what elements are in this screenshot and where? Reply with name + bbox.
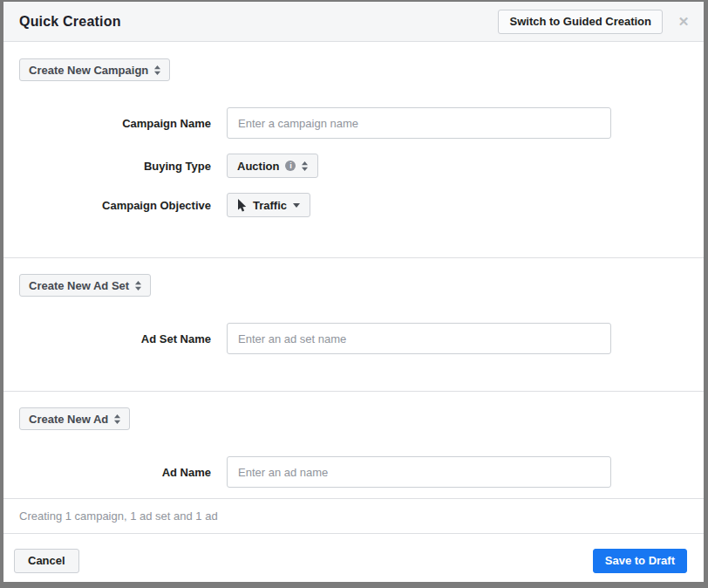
ad-name-input[interactable] <box>227 456 611 488</box>
create-new-ad-label: Create New Ad <box>29 413 108 426</box>
adset-section: Create New Ad Set Ad Set Name <box>3 258 704 392</box>
create-new-campaign-label: Create New Campaign <box>29 64 148 77</box>
updown-carets-icon <box>302 161 308 171</box>
modal-title: Quick Creation <box>19 14 498 30</box>
modal-footer: Cancel Save to Draft <box>3 534 704 582</box>
status-bar: Creating 1 campaign, 1 ad set and 1 ad <box>3 499 704 534</box>
quick-creation-modal: Quick Creation Switch to Guided Creation… <box>3 2 704 582</box>
create-new-ad-dropdown[interactable]: Create New Ad <box>19 407 130 430</box>
campaign-objective-label: Campaign Objective <box>3 199 211 212</box>
modal-header: Quick Creation Switch to Guided Creation… <box>3 2 704 42</box>
ad-name-label: Ad Name <box>3 466 211 479</box>
updown-carets-icon <box>114 414 120 424</box>
create-new-campaign-dropdown[interactable]: Create New Campaign <box>19 58 170 81</box>
updown-carets-icon <box>135 281 141 291</box>
campaign-section: Create New Campaign Campaign Name Buying… <box>3 42 704 258</box>
campaign-objective-value: Traffic <box>253 199 287 212</box>
ad-section: Create New Ad Ad Name <box>3 392 704 499</box>
ad-name-row: Ad Name <box>3 456 704 488</box>
buying-type-row: Buying Type Auction i <box>3 154 704 178</box>
adset-name-row: Ad Set Name <box>3 323 704 354</box>
save-to-draft-button[interactable]: Save to Draft <box>593 549 687 573</box>
close-icon[interactable]: ✕ <box>674 12 693 31</box>
cancel-button[interactable]: Cancel <box>14 549 79 573</box>
buying-type-label: Buying Type <box>3 160 211 173</box>
campaign-name-input[interactable] <box>227 107 611 139</box>
switch-to-guided-creation-button[interactable]: Switch to Guided Creation <box>498 10 663 34</box>
campaign-objective-dropdown[interactable]: Traffic <box>227 193 310 217</box>
campaign-name-row: Campaign Name <box>3 107 704 139</box>
mouse-pointer-icon <box>237 199 247 212</box>
campaign-name-label: Campaign Name <box>3 117 211 130</box>
creation-summary-text: Creating 1 campaign, 1 ad set and 1 ad <box>19 509 218 523</box>
buying-type-value: Auction <box>237 160 279 173</box>
create-new-adset-dropdown[interactable]: Create New Ad Set <box>19 274 151 297</box>
updown-carets-icon <box>154 65 160 75</box>
caret-down-icon <box>293 203 300 208</box>
adset-name-label: Ad Set Name <box>3 332 211 345</box>
buying-type-dropdown[interactable]: Auction i <box>227 154 318 178</box>
info-icon: i <box>285 161 296 171</box>
campaign-objective-row: Campaign Objective Traffic <box>3 193 704 217</box>
create-new-adset-label: Create New Ad Set <box>29 279 129 292</box>
adset-name-input[interactable] <box>227 323 611 354</box>
